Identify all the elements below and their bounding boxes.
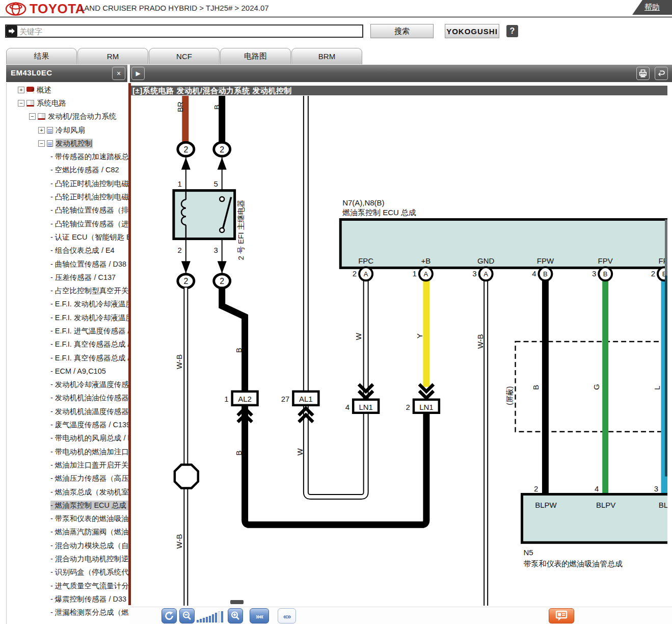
sidebar-item[interactable]: 燃油泵总成（发动机室侧: [7, 485, 128, 499]
sidebar-item[interactable]: E.F.I. 真空传感器总成 /: [7, 351, 128, 365]
sidebar-item[interactable]: 带电动机的风扇总成 / h2: [7, 432, 128, 445]
tab-brm[interactable]: BRM: [291, 48, 362, 64]
tab-wiring-diagram[interactable]: 电路图: [220, 48, 291, 64]
sidebar-item[interactable]: 曲轴位置传感器 / D38: [7, 257, 128, 271]
sidebar-item-label[interactable]: 发动机机油油位传感器 /: [50, 393, 128, 403]
zoom-in-icon[interactable]: [228, 608, 243, 623]
question-mark-icon[interactable]: ?: [506, 25, 518, 37]
sidebar-item[interactable]: 占空比控制型真空开关阀: [7, 284, 128, 297]
sidebar-item-label[interactable]: 燃油泵总成（发动机室侧: [50, 487, 128, 497]
plus-box-icon[interactable]: +: [38, 127, 45, 134]
sidebar-item-label[interactable]: 曲轴位置传感器 / D38: [50, 259, 126, 269]
sidebar-item-label[interactable]: 带泵和仪表的燃油吸油管: [50, 514, 128, 524]
sidebar-item-label[interactable]: 空燃比传感器 / C82: [50, 165, 119, 175]
sidebar-item[interactable]: E.F.I. 发动机冷却液温度: [7, 298, 128, 311]
plus-box-icon[interactable]: +: [18, 87, 24, 93]
sidebar-node[interactable]: −发动机控制: [7, 137, 128, 150]
sidebar-item-label[interactable]: E.F.I. 真空传感器总成 /: [50, 340, 128, 349]
refresh-icon[interactable]: [162, 608, 177, 623]
sidebar-item-label[interactable]: 发动机控制: [56, 139, 93, 148]
sidebar-item[interactable]: 凸轮正时机油控制电磁阀: [7, 190, 128, 203]
sidebar-item-label[interactable]: 带电动机的燃油加注口盖: [50, 447, 128, 457]
comment-icon[interactable]: [549, 608, 574, 623]
sidebar-item[interactable]: 混合动力模块总成（自动: [7, 539, 128, 552]
sidebar-item[interactable]: 凸轮轴位置传感器（排气: [7, 204, 128, 217]
sidebar-item-label[interactable]: 压差传感器 / C137: [50, 273, 116, 282]
sidebar-item[interactable]: 燃油蒸汽防漏阀（燃油箱: [7, 526, 128, 539]
sidebar-item-label[interactable]: 凸轮轴位置传感器（排气: [50, 205, 128, 215]
sidebar-item-label[interactable]: 识别码盒（停机系统代码: [50, 567, 128, 577]
sidebar-item[interactable]: 发动机冷却液温度传感器: [7, 378, 128, 392]
sidebar-item-label[interactable]: 燃油蒸汽防漏阀（燃油箱: [50, 527, 128, 537]
minus-box-icon[interactable]: −: [38, 140, 45, 147]
sidebar-node[interactable]: −系统电路: [7, 96, 128, 110]
sidebar-item-label[interactable]: 凸轮正时机油控制电磁阀: [50, 179, 128, 189]
sidebar-item-label[interactable]: E.F.I. 进气温度传感器 /: [50, 326, 128, 336]
vertical-scrollbar-thumb[interactable]: [665, 275, 667, 476]
sidebar-item-label[interactable]: 爆震控制传感器 / D33: [50, 594, 126, 604]
sidebar-item-label[interactable]: 凸轮轴位置传感器（进气: [50, 219, 128, 229]
sidebar-item-label[interactable]: ECM / A9,C105: [50, 367, 106, 375]
close-icon[interactable]: ×: [112, 67, 125, 80]
sidebar-item[interactable]: 燃油压力传感器（高压侧: [7, 472, 128, 485]
sidebar-item[interactable]: 凸轮正时机油控制电磁阀: [7, 177, 128, 190]
sidebar-item-label[interactable]: 凸轮正时机油控制电磁阀: [50, 192, 128, 202]
minus-box-icon[interactable]: −: [29, 113, 36, 120]
horizontal-scrollbar-thumb[interactable]: [230, 600, 244, 604]
zoom-level-bars[interactable]: [197, 610, 227, 622]
minus-box-icon[interactable]: −: [18, 100, 24, 107]
sidebar-item[interactable]: 发动机机油温度传感器（: [7, 405, 128, 418]
sidebar-item[interactable]: E.F.I. 发动机冷却液温度: [7, 311, 128, 324]
sidebar-item-label[interactable]: 混合动力模块总成（自动: [50, 541, 128, 551]
sidebar-item[interactable]: 发动机机油油位传感器 /: [7, 392, 128, 405]
sidebar-item[interactable]: 进气质量空气流量计分总: [7, 579, 128, 592]
sidebar-item-label[interactable]: 认证 ECU（智能钥匙 EC: [50, 232, 128, 242]
search-arrow-icon[interactable]: [6, 25, 17, 37]
sidebar-item[interactable]: 带泵和仪表的燃油吸油管: [7, 512, 128, 526]
sidebar-item-label[interactable]: 燃油泵控制 ECU 总成 /: [50, 501, 128, 510]
wiring-diagram-canvas[interactable]: (屏蔽) BR B 2 2 1 5 2 3 2 号 EFI 主继电器 2 2 W…: [131, 96, 667, 606]
sidebar-item[interactable]: 燃油泵控制 ECU 总成 /: [7, 499, 128, 512]
help-link[interactable]: 帮助: [632, 0, 672, 15]
octagon-junction[interactable]: [175, 465, 198, 488]
search-button[interactable]: 搜索: [370, 24, 434, 38]
sidebar-node[interactable]: +冷却风扇: [7, 123, 128, 137]
sidebar-item[interactable]: E.F.I. 进气温度传感器 /: [7, 324, 128, 337]
sidebar-item-label[interactable]: 泄漏检测泵分总成（燃油: [50, 608, 128, 617]
sidebar-item-label[interactable]: 发动机冷却液温度传感器: [50, 380, 128, 389]
search-input[interactable]: [19, 26, 362, 36]
yokogushi-button[interactable]: YOKOGUSHI: [445, 24, 499, 38]
vertical-scrollbar-thumb[interactable]: [665, 220, 667, 276]
sidebar-item-label[interactable]: 概述: [37, 85, 51, 95]
fit-compress-icon[interactable]: »«: [250, 608, 269, 623]
sidebar-item-label[interactable]: 进气质量空气流量计分总: [50, 581, 128, 591]
sidebar-item[interactable]: 认证 ECU（智能钥匙 EC: [7, 230, 128, 244]
back-undo-icon[interactable]: [655, 67, 668, 80]
sidebar-item-label[interactable]: 废气温度传感器 / C139: [50, 420, 128, 430]
sidebar-item[interactable]: E.F.I. 真空传感器总成 /: [7, 338, 128, 351]
tab-results[interactable]: 结果: [6, 48, 77, 64]
sidebar-item[interactable]: 燃油加注口盖开启开关 /: [7, 458, 128, 472]
sidebar-item[interactable]: 空燃比传感器 / C82: [7, 164, 128, 177]
sidebar-item-label[interactable]: E.F.I. 发动机冷却液温度: [50, 313, 128, 323]
sidebar-item-label[interactable]: 占空比控制型真空开关阀: [50, 286, 128, 296]
sidebar-item[interactable]: 压差传感器 / C137: [7, 271, 128, 284]
sidebar-item-label[interactable]: 燃油加注口盖开启开关 /: [50, 460, 128, 470]
ecu-box[interactable]: [340, 220, 667, 268]
sidebar-item[interactable]: 组合仪表总成 / E4: [7, 244, 128, 257]
sidebar-item[interactable]: 识别码盒（停机系统代码: [7, 566, 128, 579]
sidebar-item-label[interactable]: E.F.I. 真空传感器总成 /: [50, 353, 128, 363]
sidebar-item-label[interactable]: 组合仪表总成 / E4: [50, 246, 115, 255]
tab-ncf[interactable]: NCF: [149, 48, 220, 64]
sidebar-item-label[interactable]: 带传感器的加速踏板总成: [50, 152, 128, 162]
sidebar-item[interactable]: 泄漏检测泵分总成（燃油: [7, 606, 128, 619]
sidebar-item-label[interactable]: 系统电路: [37, 98, 66, 108]
sidebar-item[interactable]: 带传感器的加速踏板总成: [7, 150, 128, 163]
tab-rm[interactable]: RM: [77, 48, 148, 64]
sidebar-item[interactable]: 带电动机的燃油加注口盖: [7, 445, 128, 458]
sidebar-item-label[interactable]: 发动机机油温度传感器（: [50, 407, 128, 417]
collapse-sidebar-icon[interactable]: ▶: [131, 67, 145, 80]
sidebar-item[interactable]: 爆震控制传感器 / D33: [7, 592, 128, 606]
sidebar-item[interactable]: 废气温度传感器 / C139: [7, 418, 128, 431]
fit-expand-icon[interactable]: «»: [278, 608, 296, 623]
